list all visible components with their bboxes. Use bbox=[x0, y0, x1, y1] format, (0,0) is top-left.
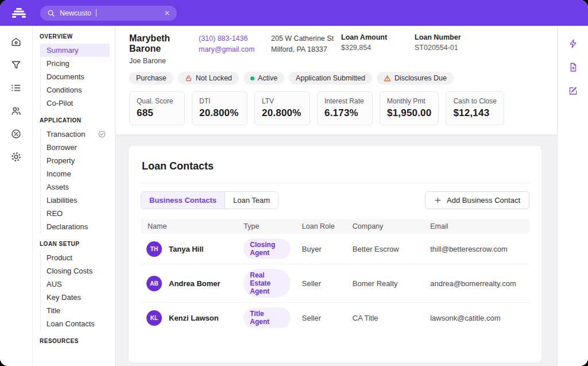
loan-amount-label: Loan Amount bbox=[341, 33, 415, 41]
search-value: Newcusto bbox=[60, 9, 91, 17]
topbar: Newcusto ✕ bbox=[0, 0, 588, 26]
table-row[interactable]: KL Kenzi Lawson Title Agent Seller CA Ti… bbox=[141, 303, 529, 333]
sidebar-item-conditions[interactable]: Conditions bbox=[41, 83, 110, 97]
sidebar-item-documents[interactable]: Documents bbox=[41, 70, 110, 83]
status-badges-row: Purchase Not Locked Active bbox=[129, 72, 543, 84]
borrower-email-link[interactable]: mary@gmail.com bbox=[199, 44, 271, 55]
avatar: TH bbox=[146, 241, 162, 257]
sidebar-item-assets[interactable]: Assets bbox=[41, 180, 110, 194]
property-address-line2: Milford, PA 18337 bbox=[271, 44, 341, 55]
contact-company: CA Title bbox=[347, 303, 424, 333]
sidebar-item-key-dates[interactable]: Key Dates bbox=[41, 291, 110, 304]
plus-icon bbox=[434, 197, 442, 204]
table-row[interactable]: AB Andrea Bomer Real Estate Agent Seller… bbox=[141, 264, 529, 303]
metric-monthly-pmt: Monthly Pmt $1,950.00 bbox=[380, 91, 439, 125]
sidebar-section-loan-setup: LOAN SETUP Product Closing Costs AUS Key… bbox=[39, 241, 110, 330]
section-label: OVERVIEW bbox=[40, 33, 110, 40]
sidebar-item-liabilities[interactable]: Liabilities bbox=[41, 194, 110, 207]
brand-logo-icon[interactable] bbox=[10, 8, 28, 18]
section-label: RESOURCES bbox=[40, 338, 110, 344]
quick-actions-lightning-icon[interactable] bbox=[568, 38, 578, 49]
table-row[interactable]: TH Tanya Hill Closing Agent Buyer Better… bbox=[141, 234, 529, 264]
sidebar-item-property[interactable]: Property bbox=[41, 154, 110, 167]
sidebar-item-borrower[interactable]: Borrower bbox=[41, 141, 110, 154]
search-clear-icon[interactable]: ✕ bbox=[164, 10, 170, 17]
contact-type-badge: Real Estate Agent bbox=[243, 269, 291, 298]
contact-email: lawsonk@catitle.com bbox=[424, 303, 529, 333]
active-status-dot bbox=[250, 76, 254, 80]
contact-name: Kenzi Lawson bbox=[169, 314, 219, 322]
loan-number-value: ST020554-01 bbox=[415, 44, 461, 52]
text-cursor bbox=[96, 9, 96, 17]
column-header-company: Company bbox=[347, 219, 424, 234]
tab-loan-team[interactable]: Loan Team bbox=[225, 192, 278, 209]
content-area: Loan Contacts Business Contacts Loan Tea… bbox=[115, 134, 557, 366]
badge-not-locked: Not Locked bbox=[178, 72, 239, 84]
sidebar-item-product[interactable]: Product bbox=[41, 251, 110, 264]
contacts-table: Name Type Loan Role Company Email TH bbox=[141, 219, 529, 333]
lock-open-icon bbox=[185, 75, 192, 82]
compose-edit-icon[interactable] bbox=[568, 86, 578, 96]
sidebar-section-resources: RESOURCES bbox=[39, 338, 110, 344]
column-header-name: Name bbox=[141, 219, 238, 234]
badge-active: Active bbox=[243, 72, 284, 84]
contact-company: Bomer Realty bbox=[347, 264, 424, 303]
checklist-icon[interactable] bbox=[10, 82, 22, 94]
metrics-row: Qual. Score 685 DTI 20.800% LTV 20.800% … bbox=[129, 91, 543, 125]
warning-triangle-icon bbox=[384, 75, 391, 82]
metric-cash-to-close: Cash to Close $12,143 bbox=[446, 91, 504, 125]
page-title: Loan Contacts bbox=[141, 159, 529, 183]
metric-qual-score: Qual. Score 685 bbox=[129, 91, 185, 125]
badge-purchase: Purchase bbox=[129, 72, 173, 84]
settings-gear-icon[interactable] bbox=[10, 151, 22, 163]
right-icon-rail bbox=[557, 26, 588, 366]
avatar: KL bbox=[146, 310, 162, 326]
add-document-icon[interactable] bbox=[568, 62, 578, 72]
add-business-contact-button[interactable]: Add Business Contact bbox=[425, 191, 529, 209]
column-header-email: Email bbox=[424, 219, 529, 234]
sidebar-item-aus[interactable]: AUS bbox=[41, 278, 110, 291]
sidebar-section-application: APPLICATION Transaction Borrower Propert… bbox=[39, 117, 110, 233]
contacts-toolbar: Business Contacts Loan Team Add Business… bbox=[141, 191, 529, 209]
borrowers-icon[interactable] bbox=[10, 105, 22, 117]
pipeline-filter-icon[interactable] bbox=[10, 59, 22, 71]
borrower-info-row: Marybeth Barone Joe Barone (310) 883-143… bbox=[129, 32, 543, 71]
sidebar-item-summary[interactable]: Summary bbox=[41, 44, 110, 57]
co-borrower-name: Joe Barone bbox=[129, 57, 199, 65]
sidebar-item-closing-costs[interactable]: Closing Costs bbox=[41, 264, 110, 278]
contact-name: Andrea Bomer bbox=[169, 279, 220, 288]
loan-number-label: Loan Number bbox=[415, 33, 461, 41]
sidebar-item-income[interactable]: Income bbox=[41, 167, 110, 180]
contact-email: andrea@bomerrealty.com bbox=[424, 264, 529, 303]
sidebar-item-pricing[interactable]: Pricing bbox=[41, 57, 110, 70]
loan-header: Marybeth Barone Joe Barone (310) 883-143… bbox=[115, 26, 557, 134]
section-label: LOAN SETUP bbox=[40, 241, 110, 247]
search-icon bbox=[47, 9, 55, 17]
section-label: APPLICATION bbox=[40, 117, 110, 124]
tab-business-contacts[interactable]: Business Contacts bbox=[141, 192, 225, 209]
sidebar-item-reo[interactable]: REO bbox=[41, 207, 110, 220]
sidebar-section-overview: OVERVIEW Summary Pricing Documents Condi… bbox=[39, 33, 110, 110]
sidebar-item-loan-contacts[interactable]: Loan Contacts bbox=[41, 317, 110, 330]
metric-dti: DTI 20.800% bbox=[192, 91, 247, 125]
search-input[interactable]: Newcusto ✕ bbox=[40, 6, 177, 21]
sidebar-item-transaction[interactable]: Transaction bbox=[41, 128, 110, 141]
metric-ltv: LTV 20.800% bbox=[254, 91, 310, 125]
column-header-type: Type bbox=[238, 219, 296, 234]
sidebar-item-title[interactable]: Title bbox=[41, 304, 110, 317]
borrower-phone-link[interactable]: (310) 883-1436 bbox=[199, 33, 271, 44]
contact-name: Tanya Hill bbox=[169, 245, 203, 253]
contacts-tabs: Business Contacts Loan Team bbox=[141, 191, 278, 209]
contact-loan-role: Seller bbox=[296, 264, 347, 303]
loan-contacts-card: Loan Contacts Business Contacts Loan Tea… bbox=[129, 146, 541, 363]
metric-interest-rate: Interest Rate 6.173% bbox=[317, 91, 373, 125]
avatar: AB bbox=[146, 276, 162, 291]
borrower-name: Marybeth Barone bbox=[129, 33, 199, 54]
pricing-percent-icon[interactable] bbox=[10, 128, 22, 140]
home-icon[interactable] bbox=[10, 36, 22, 48]
contact-loan-role: Seller bbox=[296, 303, 347, 333]
contact-loan-role: Buyer bbox=[296, 234, 347, 264]
sidebar-item-copilot[interactable]: Co-Pilot bbox=[41, 97, 110, 110]
sidebar-nav: OVERVIEW Summary Pricing Documents Condi… bbox=[33, 26, 115, 366]
sidebar-item-declarations[interactable]: Declarations bbox=[41, 220, 110, 233]
